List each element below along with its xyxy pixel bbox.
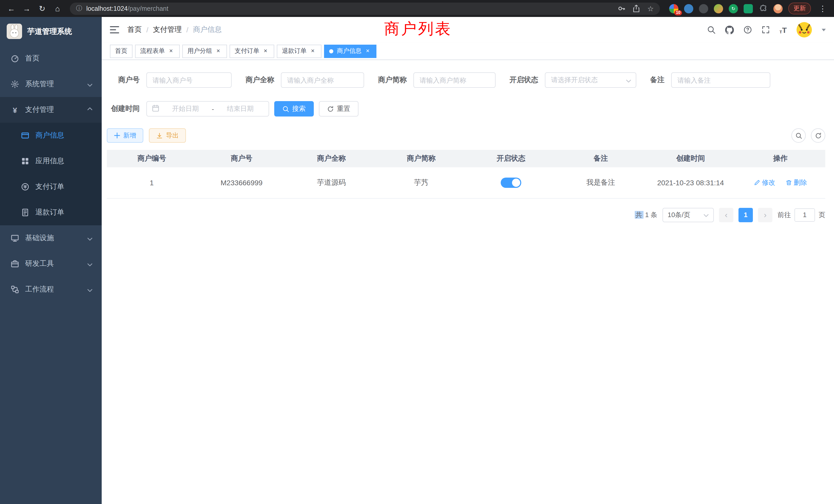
sidebar-item-merchant-info[interactable]: 商户信息: [0, 123, 102, 148]
tab-pay-order[interactable]: 支付订单×: [229, 44, 274, 58]
cell-full-name: 芋道源码: [287, 167, 376, 198]
user-avatar[interactable]: [796, 22, 812, 38]
breadcrumb: 首页 / 支付管理 / 商户信息: [127, 25, 222, 35]
tab-user-group[interactable]: 用户分组×: [182, 44, 227, 58]
sidebar-item-payment[interactable]: ¥ 支付管理: [0, 97, 102, 123]
extensions-puzzle-icon[interactable]: [759, 4, 768, 13]
browser-menu-icon[interactable]: ⋮: [816, 2, 829, 15]
search-button[interactable]: 搜索: [274, 101, 314, 116]
back-icon[interactable]: ←: [5, 2, 18, 15]
toggle-search-icon[interactable]: [791, 128, 806, 143]
fullscreen-icon[interactable]: [762, 26, 770, 34]
home-icon[interactable]: ⌂: [51, 2, 64, 15]
sidebar-item-pay-order[interactable]: 支付订单: [0, 174, 102, 200]
caret-down-icon[interactable]: [822, 28, 826, 31]
extensions-row: 10 ↻ 更新 ⋮: [669, 2, 829, 15]
tab-refund-order[interactable]: 退款订单×: [277, 44, 322, 58]
key-icon[interactable]: [618, 5, 626, 12]
status-select[interactable]: 请选择开启状态: [545, 72, 636, 88]
cell-remark: 我是备注: [556, 167, 646, 198]
share-icon[interactable]: [633, 5, 640, 12]
close-icon[interactable]: ×: [364, 47, 371, 55]
sidebar-item-infrastructure[interactable]: 基础设施: [0, 225, 102, 251]
page-content: 商户号 商户全称 商户简称 开启状态 请选择开启状态: [102, 60, 834, 504]
edit-link[interactable]: 修改: [754, 178, 775, 187]
merchant-no-input[interactable]: [146, 72, 232, 88]
refresh-icon[interactable]: [811, 128, 825, 143]
close-icon[interactable]: ×: [262, 47, 269, 55]
sidebar-item-dev-tools[interactable]: 研发工具: [0, 251, 102, 277]
close-icon[interactable]: ×: [309, 47, 316, 55]
merchant-table: 商户编号 商户号 商户全称 商户简称 开启状态 备注 创建时间 操作 1: [107, 150, 825, 198]
grid-icon: [21, 158, 30, 165]
full-name-label: 商户全称: [245, 75, 274, 85]
hamburger-icon[interactable]: [110, 26, 119, 34]
cell-create-time: 2021-10-23 08:31:14: [646, 167, 736, 198]
tags-view: 首页 流程表单× 用户分组× 支付订单× 退款订单× 商户信息×: [102, 43, 834, 60]
close-icon[interactable]: ×: [215, 47, 222, 55]
forward-icon[interactable]: →: [21, 2, 33, 15]
add-button[interactable]: 新增: [107, 128, 143, 143]
update-button[interactable]: 更新: [788, 3, 811, 14]
extension-colorful-icon[interactable]: 10: [669, 4, 678, 13]
remark-input[interactable]: [671, 72, 770, 88]
date-separator: -: [212, 105, 214, 113]
extension-dark-icon[interactable]: [699, 4, 708, 13]
tab-process-form[interactable]: 流程表单×: [135, 44, 180, 58]
sidebar-item-home[interactable]: 首页: [0, 46, 102, 71]
monitor-icon: [10, 234, 20, 242]
font-size-icon[interactable]: тT: [780, 25, 787, 34]
sidebar-item-app-info[interactable]: 应用信息: [0, 148, 102, 174]
dashboard-icon: [10, 54, 20, 63]
next-page-button[interactable]: ›: [758, 208, 772, 222]
address-bar[interactable]: ⓘ localhost:1024/pay/merchant ☆: [70, 2, 660, 15]
prev-page-button[interactable]: ‹: [719, 208, 733, 222]
tab-home[interactable]: 首页: [110, 44, 132, 58]
briefcase-icon: [10, 260, 20, 268]
extension-green-circle-icon[interactable]: ↻: [729, 4, 738, 13]
extension-avatar-icon[interactable]: [714, 4, 723, 13]
cell-short-name: 芋艿: [376, 167, 466, 198]
export-button[interactable]: 导出: [149, 128, 186, 143]
bookmark-star-icon[interactable]: ☆: [647, 4, 654, 13]
sidebar-logo[interactable]: 芋道管理系统: [0, 17, 102, 46]
chevron-down-icon: [87, 234, 92, 242]
reload-icon[interactable]: ↻: [36, 2, 48, 15]
chevron-down-icon: [704, 211, 709, 219]
breadcrumb-home[interactable]: 首页: [127, 25, 142, 35]
cell-status: [466, 167, 556, 198]
current-page-button[interactable]: 1: [739, 208, 753, 222]
full-name-input[interactable]: [281, 72, 364, 88]
breadcrumb-current: 商户信息: [193, 25, 222, 35]
chevron-down-icon: [87, 260, 92, 268]
sidebar-item-system[interactable]: 系统管理: [0, 71, 102, 97]
chevron-down-icon: [87, 285, 92, 294]
search-icon[interactable]: [707, 26, 716, 34]
jump-page-input[interactable]: [794, 208, 815, 222]
total-text: 共 1 条: [635, 210, 657, 220]
date-end-placeholder: 结束日期: [217, 104, 263, 113]
site-info-icon[interactable]: ⓘ: [76, 4, 82, 13]
delete-link[interactable]: 删除: [786, 178, 807, 187]
remark-label: 备注: [650, 75, 664, 85]
github-icon[interactable]: [725, 25, 734, 34]
sidebar: 芋道管理系统 首页 系统管理 ¥ 支付管理 商户信息: [0, 17, 102, 504]
page-size-select[interactable]: 10条/页: [662, 208, 714, 222]
breadcrumb-payment[interactable]: 支付管理: [153, 25, 182, 35]
header-status: 开启状态: [466, 150, 556, 167]
browser-toolbar: ← → ↻ ⌂ ⓘ localhost:1024/pay/merchant ☆ …: [0, 0, 834, 17]
extension-drop-icon[interactable]: [684, 4, 693, 13]
create-time-range-picker[interactable]: 开始日期 - 结束日期: [146, 101, 269, 116]
extension-green-square-icon[interactable]: [744, 4, 753, 13]
tab-merchant-info[interactable]: 商户信息×: [324, 44, 376, 58]
reset-button[interactable]: 重置: [319, 101, 358, 116]
close-icon[interactable]: ×: [168, 47, 175, 55]
profile-avatar[interactable]: [773, 4, 783, 13]
sidebar-item-workflow[interactable]: 工作流程: [0, 277, 102, 302]
sidebar-item-refund-order[interactable]: 退款订单: [0, 200, 102, 225]
help-icon[interactable]: [744, 26, 752, 34]
short-name-input[interactable]: [413, 72, 496, 88]
gear-icon: [10, 80, 20, 88]
search-form-row-2: 创建时间 开始日期 - 结束日期 搜索 重置: [107, 101, 825, 116]
status-toggle[interactable]: [501, 178, 521, 188]
